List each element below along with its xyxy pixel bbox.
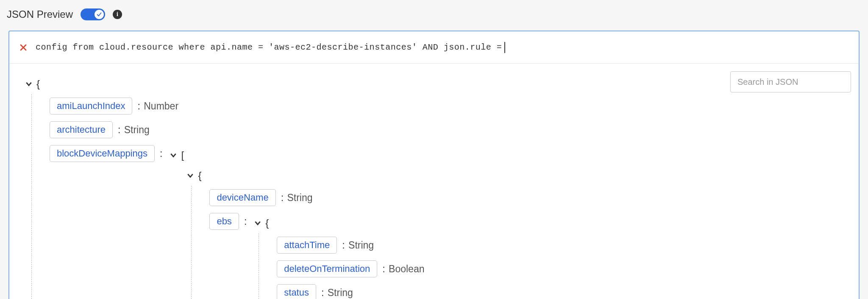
key-amiLaunchIndex[interactable]: amiLaunchIndex: [50, 98, 132, 115]
key-deviceName[interactable]: deviceName: [209, 189, 275, 206]
prop-ebs: ebs : {: [209, 213, 847, 299]
colon: :: [160, 148, 162, 159]
open-brace: {: [36, 78, 40, 90]
key-status[interactable]: status: [277, 284, 316, 299]
page-title: JSON Preview: [7, 8, 73, 20]
header-bar: JSON Preview i: [0, 0, 868, 31]
json-preview-toggle[interactable]: [81, 8, 105, 20]
main-panel: config from cloud.resource where api.nam…: [8, 31, 860, 299]
prop-blockDeviceMappings: blockDeviceMappings : [ {: [50, 145, 847, 299]
key-blockDeviceMappings[interactable]: blockDeviceMappings: [50, 145, 155, 162]
json-tree: { amiLaunchIndex : Number architecture :…: [9, 64, 859, 299]
close-icon: [19, 43, 28, 52]
query-row: config from cloud.resource where api.nam…: [9, 31, 859, 64]
chevron-down-icon[interactable]: [253, 218, 263, 228]
type-label: : String: [341, 240, 374, 251]
query-input[interactable]: config from cloud.resource where api.nam…: [36, 42, 505, 53]
chevron-down-icon[interactable]: [24, 79, 34, 89]
text-cursor: [504, 42, 505, 53]
type-label: : String: [320, 287, 353, 299]
prop-status: status : String: [277, 284, 847, 299]
check-icon: [96, 11, 102, 17]
query-text-content: config from cloud.resource where api.nam…: [36, 42, 502, 52]
key-architecture[interactable]: architecture: [50, 121, 113, 138]
prop-deviceName: deviceName : String: [209, 189, 847, 206]
open-bracket: [: [181, 149, 184, 161]
type-label: : Boolean: [381, 263, 424, 275]
info-icon[interactable]: i: [113, 10, 122, 19]
json-search-wrap: [730, 71, 851, 92]
open-brace: {: [198, 170, 201, 182]
type-label: : String: [280, 192, 313, 204]
prop-amiLaunchIndex: amiLaunchIndex : Number: [50, 98, 847, 115]
root-children: amiLaunchIndex : Number architecture : S…: [31, 94, 847, 299]
key-attachTime[interactable]: attachTime: [277, 237, 337, 254]
key-ebs[interactable]: ebs: [209, 213, 239, 230]
toggle-knob: [95, 10, 104, 19]
type-label: : Number: [136, 101, 178, 112]
key-deleteOnTermination[interactable]: deleteOnTermination: [277, 260, 377, 277]
chevron-down-icon[interactable]: [185, 170, 195, 181]
prop-architecture: architecture : String: [50, 121, 847, 138]
prop-deleteOnTermination: deleteOnTermination : Boolean: [277, 260, 847, 277]
colon: :: [244, 216, 247, 227]
type-label: : String: [117, 124, 150, 136]
prop-attachTime: attachTime : String: [277, 237, 847, 254]
root-open: {: [24, 74, 847, 94]
clear-query-button[interactable]: [19, 43, 28, 52]
open-brace: {: [265, 217, 269, 229]
json-search-input[interactable]: [737, 77, 846, 87]
chevron-down-icon[interactable]: [168, 150, 178, 160]
